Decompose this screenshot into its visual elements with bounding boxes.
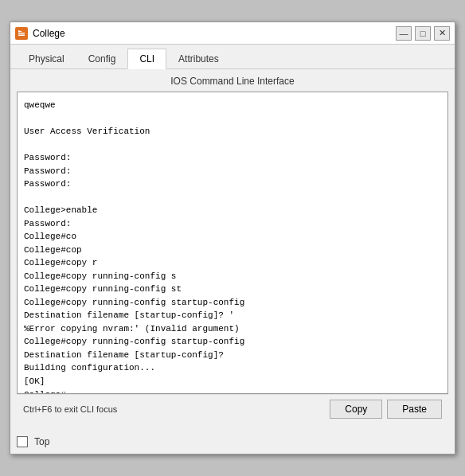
section-title: IOS Command Line Interface	[17, 76, 448, 87]
cli-prompt-line: College# →——————————————	[24, 388, 441, 394]
tab-cli[interactable]: CLI	[127, 49, 166, 69]
tab-physical[interactable]: Physical	[17, 49, 76, 69]
title-bar: College — □ ✕	[10, 22, 455, 45]
maximize-button[interactable]: □	[415, 26, 431, 41]
top-checkbox[interactable]	[17, 436, 28, 447]
top-label: Top	[34, 436, 49, 447]
copy-button[interactable]: Copy	[330, 400, 382, 419]
tab-attributes[interactable]: Attributes	[166, 49, 231, 69]
shortcut-bar: Ctrl+F6 to exit CLI focus Copy Paste	[17, 394, 448, 423]
close-button[interactable]: ✕	[434, 26, 450, 41]
cli-prompt: College#	[24, 390, 66, 394]
action-buttons: Copy Paste	[330, 400, 442, 419]
svg-rect-2	[18, 34, 25, 36]
app-icon	[15, 27, 28, 40]
cursor-arrow: →——————————————	[69, 388, 184, 394]
window-title: College	[33, 28, 396, 39]
main-window: College — □ ✕ Physical Config CLI Attrib…	[10, 21, 455, 455]
paste-button[interactable]: Paste	[387, 400, 442, 419]
cli-terminal[interactable]: qweqwe User Access Verification Password…	[17, 92, 448, 394]
shortcut-text: Ctrl+F6 to exit CLI focus	[23, 404, 117, 414]
footer-area: Top	[10, 430, 455, 454]
content-area: IOS Command Line Interface qweqwe User A…	[10, 69, 455, 430]
tab-bar: Physical Config CLI Attributes	[10, 45, 455, 69]
tab-config[interactable]: Config	[76, 49, 128, 69]
cli-output: qweqwe User Access Verification Password…	[24, 99, 441, 388]
window-controls: — □ ✕	[396, 26, 450, 41]
svg-rect-1	[18, 33, 25, 34]
minimize-button[interactable]: —	[396, 26, 412, 41]
